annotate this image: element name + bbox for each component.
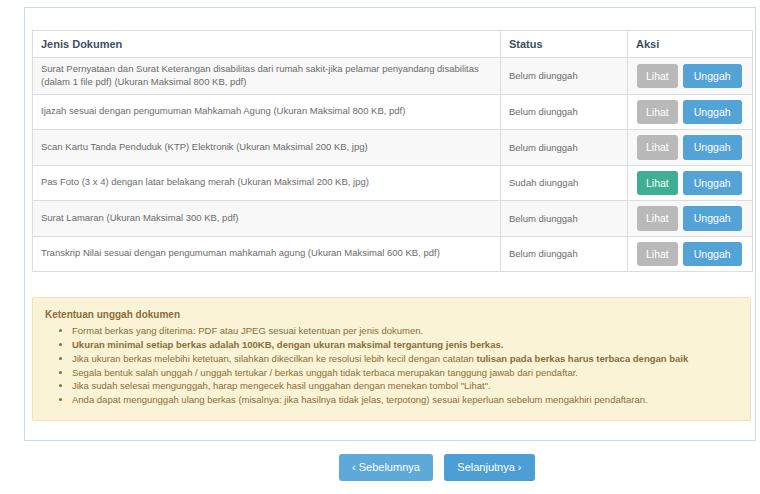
- lihat-button[interactable]: Lihat: [637, 100, 678, 125]
- actions-cell: LihatUnggah: [628, 236, 753, 272]
- upload-rules-list: Format berkas yang diterima: PDF atau JP…: [45, 324, 738, 406]
- documents-table: Jenis Dokumen Status Aksi Surat Pernyata…: [32, 30, 753, 272]
- unggah-button[interactable]: Unggah: [683, 100, 742, 125]
- document-name: Pas Foto (3 x 4) dengan latar belakang m…: [33, 165, 501, 201]
- actions-cell: LihatUnggah: [628, 94, 753, 130]
- lihat-button[interactable]: Lihat: [637, 242, 678, 267]
- unggah-button[interactable]: Unggah: [683, 242, 742, 267]
- document-name: Surat Pernyataan dan Surat Keterangan di…: [33, 58, 501, 95]
- upload-rule-item: Format berkas yang diterima: PDF atau JP…: [72, 324, 738, 337]
- upload-documents-panel: Jenis Dokumen Status Aksi Surat Pernyata…: [24, 7, 756, 441]
- lihat-button[interactable]: Lihat: [637, 64, 678, 89]
- actions-cell: LihatUnggah: [628, 130, 753, 166]
- upload-status: Belum diunggah: [501, 201, 628, 237]
- document-row: Pas Foto (3 x 4) dengan latar belakang m…: [33, 165, 753, 201]
- lihat-button[interactable]: Lihat: [637, 171, 678, 196]
- actions-cell: LihatUnggah: [628, 165, 753, 201]
- document-name: Scan Kartu Tanda Penduduk (KTP) Elektron…: [33, 130, 501, 166]
- upload-rule-item: Jika sudah selesai mengunggah, harap men…: [72, 379, 738, 392]
- document-row: Surat Lamaran (Ukuran Maksimal 300 KB, p…: [33, 201, 753, 237]
- upload-rules-title: Ketentuan unggah dokumen: [45, 309, 738, 320]
- header-row: Jenis Dokumen Status Aksi: [33, 31, 753, 58]
- previous-step-button[interactable]: ‹ Sebelumnya: [339, 454, 433, 481]
- upload-rule-item: Ukuran minimal setiap berkas adalah 100K…: [72, 338, 738, 351]
- document-name: Transkrip Nilai sesuai dengan pengumuman…: [33, 236, 501, 272]
- column-header-jenis-dokumen: Jenis Dokumen: [33, 31, 501, 58]
- documents-table-header: Jenis Dokumen Status Aksi: [33, 31, 753, 58]
- upload-status: Belum diunggah: [501, 236, 628, 272]
- upload-rule-item: Segala bentuk salah unggah / unggah tert…: [72, 366, 738, 379]
- upload-status: Sudah diunggah: [501, 165, 628, 201]
- document-row: Surat Pernyataan dan Surat Keterangan di…: [33, 58, 753, 95]
- wizard-navigation: ‹ Sebelumnya Selanjutnya ›: [339, 454, 535, 481]
- lihat-button[interactable]: Lihat: [637, 206, 678, 231]
- upload-status: Belum diunggah: [501, 130, 628, 166]
- document-row: Ijazah sesuai dengan pengumuman Mahkamah…: [33, 94, 753, 130]
- document-row: Transkrip Nilai sesuai dengan pengumuman…: [33, 236, 753, 272]
- document-name: Surat Lamaran (Ukuran Maksimal 300 KB, p…: [33, 201, 501, 237]
- actions-cell: LihatUnggah: [628, 58, 753, 95]
- unggah-button[interactable]: Unggah: [683, 206, 742, 231]
- unggah-button[interactable]: Unggah: [683, 171, 742, 196]
- upload-rule-item: Anda dapat mengunggah ulang berkas (misa…: [72, 393, 738, 406]
- unggah-button[interactable]: Unggah: [683, 135, 742, 160]
- unggah-button[interactable]: Unggah: [683, 64, 742, 89]
- documents-table-body: Surat Pernyataan dan Surat Keterangan di…: [33, 58, 753, 272]
- column-header-status: Status: [501, 31, 628, 58]
- upload-rule-item: Jika ukuran berkas melebihi ketetuan, si…: [72, 352, 738, 365]
- upload-rules-note: Ketentuan unggah dokumen Format berkas y…: [32, 297, 751, 421]
- next-step-button[interactable]: Selanjutnya ›: [444, 454, 534, 481]
- upload-status: Belum diunggah: [501, 58, 628, 95]
- document-name: Ijazah sesuai dengan pengumuman Mahkamah…: [33, 94, 501, 130]
- document-row: Scan Kartu Tanda Penduduk (KTP) Elektron…: [33, 130, 753, 166]
- lihat-button[interactable]: Lihat: [637, 135, 678, 160]
- upload-status: Belum diunggah: [501, 94, 628, 130]
- column-header-aksi: Aksi: [628, 31, 753, 58]
- actions-cell: LihatUnggah: [628, 201, 753, 237]
